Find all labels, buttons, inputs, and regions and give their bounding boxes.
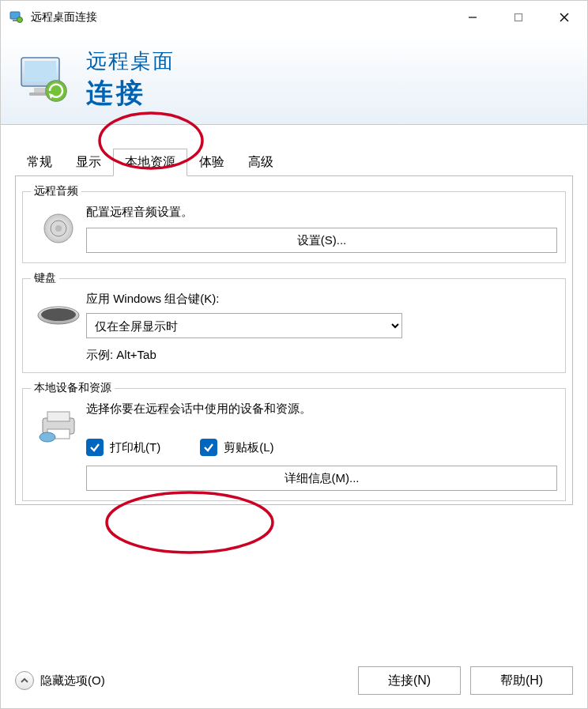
titlebar-buttons xyxy=(450,1,587,34)
tabs: 常规 显示 本地资源 体验 高级 xyxy=(15,149,573,176)
group-remote-audio: 远程音频 配置远程音频设置。 设置(S)... xyxy=(22,184,566,263)
tab-experience[interactable]: 体验 xyxy=(187,149,236,176)
rdp-window: 远程桌面连接 xyxy=(0,0,588,709)
chevron-up-icon xyxy=(15,671,34,690)
clipboard-checkbox-label: 剪贴板(L) xyxy=(224,440,273,455)
group-devices: 本地设备和资源 选择你要在远程会话中使用的设备和资源。 xyxy=(22,381,566,501)
minimize-button[interactable] xyxy=(450,1,496,34)
devices-more-button[interactable]: 详细信息(M)... xyxy=(86,466,557,491)
header-text: 远程桌面 连接 xyxy=(86,47,175,111)
legend-devices: 本地设备和资源 xyxy=(31,381,115,395)
svg-rect-22 xyxy=(47,412,70,421)
group-keyboard: 键盘 应用 Windows 组合键(K): 仅在全屏显示时 xyxy=(22,271,566,373)
app-icon xyxy=(9,9,24,25)
svg-rect-8 xyxy=(24,61,56,81)
header-icon xyxy=(17,51,72,107)
svg-point-20 xyxy=(41,308,76,321)
tab-advanced[interactable]: 高级 xyxy=(236,149,285,176)
keyboard-icon xyxy=(31,292,86,339)
svg-point-18 xyxy=(55,225,62,232)
annotation-details-circle xyxy=(95,489,285,568)
tab-general[interactable]: 常规 xyxy=(15,149,64,176)
footer-buttons: 连接(N) 帮助(H) xyxy=(358,666,573,695)
header: 远程桌面 连接 xyxy=(1,34,587,125)
checkmark-icon xyxy=(200,439,217,456)
connect-button[interactable]: 连接(N) xyxy=(358,666,461,695)
tab-display[interactable]: 显示 xyxy=(64,149,113,176)
legend-keyboard: 键盘 xyxy=(31,271,59,285)
titlebar-title: 远程桌面连接 xyxy=(31,10,97,25)
svg-point-2 xyxy=(17,17,23,23)
keyboard-label: 应用 Windows 组合键(K): xyxy=(86,292,557,307)
audio-settings-button[interactable]: 设置(S)... xyxy=(86,228,557,253)
header-line1: 远程桌面 xyxy=(86,47,175,75)
titlebar: 远程桌面连接 xyxy=(1,1,587,34)
footer: 隐藏选项(O) 连接(N) 帮助(H) xyxy=(1,653,587,708)
svg-rect-9 xyxy=(34,88,47,92)
close-button[interactable] xyxy=(541,1,587,34)
svg-point-24 xyxy=(40,432,55,442)
keyboard-combo[interactable]: 仅在全屏显示时 xyxy=(86,313,402,338)
hide-options-label: 隐藏选项(O) xyxy=(40,673,105,688)
printer-icon xyxy=(31,402,86,449)
tab-local-resources[interactable]: 本地资源 xyxy=(113,149,187,176)
hide-options-button[interactable]: 隐藏选项(O) xyxy=(15,671,105,690)
printer-checkbox-label: 打印机(T) xyxy=(110,440,160,455)
header-line2: 连接 xyxy=(86,75,175,111)
svg-point-15 xyxy=(107,492,273,552)
keyboard-example: 示例: Alt+Tab xyxy=(86,348,557,363)
tab-body: 远程音频 配置远程音频设置。 设置(S)... xyxy=(15,175,573,505)
checkmark-icon xyxy=(86,439,104,456)
speaker-icon xyxy=(31,205,86,252)
legend-remote-audio: 远程音频 xyxy=(31,184,81,198)
printer-checkbox[interactable]: 打印机(T) xyxy=(86,439,160,456)
content: 常规 显示 本地资源 体验 高级 远程音频 xyxy=(1,125,587,653)
audio-text: 配置远程音频设置。 xyxy=(86,205,557,220)
maximize-button[interactable] xyxy=(496,1,541,34)
devices-text: 选择你要在远程会话中使用的设备和资源。 xyxy=(86,402,557,417)
clipboard-checkbox[interactable]: 剪贴板(L) xyxy=(200,439,273,456)
help-button[interactable]: 帮助(H) xyxy=(470,666,573,695)
svg-rect-4 xyxy=(515,14,522,21)
